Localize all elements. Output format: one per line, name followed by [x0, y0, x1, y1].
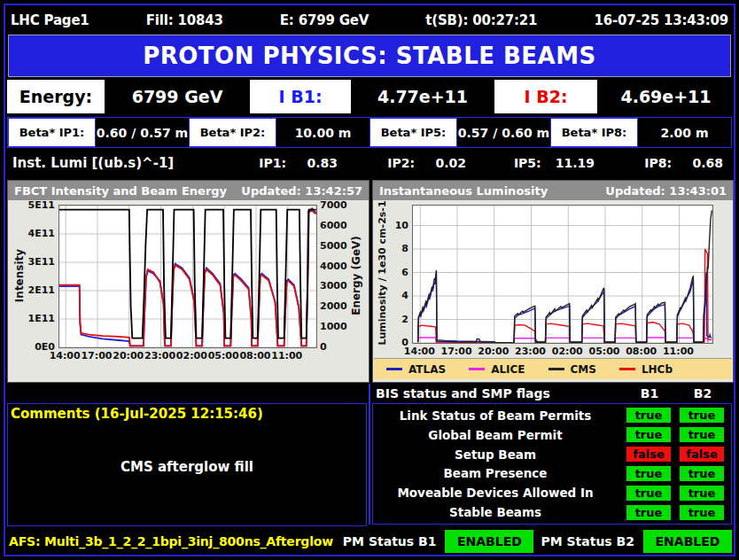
fbct-chart-updated: Updated: 13:42:57: [241, 184, 362, 198]
energy-label: Energy:: [7, 80, 105, 113]
comments-box: Comments (16-Jul-2025 12:15:46) CMS afte…: [7, 403, 367, 526]
bis-row-label: Stable Beams: [373, 505, 618, 519]
app-title: LHC Page1: [11, 12, 89, 28]
lumi-ip1: IP1: 0.83: [218, 156, 346, 170]
legend-item-lhcb: LHCb: [619, 363, 673, 376]
footer-bar: AFS: Multi_3b_1_2_2_1bpi_3inj_800ns_Afte…: [9, 529, 732, 554]
status-chip-b2: false: [680, 447, 724, 462]
comments-body: CMS afterglow fill: [8, 459, 366, 475]
comments-title: Comments (16-Jul-2025 12:15:46): [11, 406, 263, 422]
status-chip-b1: true: [626, 427, 671, 442]
legend-label-alice: ALICE: [491, 363, 525, 376]
intensity-b1-label: I B1:: [250, 80, 351, 113]
energy-intensity-row: Energy: 6799 GeV I B1: 4.77e+11 I B2: 4.…: [7, 80, 732, 113]
lumi-ip1-value: 0.83: [300, 156, 338, 170]
fbct-chart-titlebar: FBCT Intensity and Beam Energy Updated: …: [8, 181, 369, 200]
fbct-chart-plot-area: Intensity Energy (GeV) 14:0017:0020:0023…: [8, 200, 369, 380]
bis-row-link-status: Link Status of Beam Permits true true: [373, 408, 731, 423]
lumi-ip8-value: 0.68: [686, 156, 723, 170]
bis-row-label: Link Status of Beam Permits: [373, 408, 618, 423]
alice-line-swatch: [469, 368, 485, 370]
bis-row-beam-presence: Beam Presence true true: [373, 466, 731, 481]
header-bar: LHC Page1 Fill: 10843 E: 6799 GeV t(SB):…: [11, 8, 728, 32]
intensity-b2-value: 4.69e+11: [600, 80, 732, 113]
fbct-chart-title: FBCT Intensity and Beam Energy: [14, 184, 227, 198]
bis-row-label: Moveable Devices Allowed In: [373, 486, 618, 500]
legend-label-atlas: ATLAS: [408, 363, 446, 376]
fbct-yaxis-right-title: Energy (GeV): [350, 236, 362, 315]
lumi-ip5-label: IP5:: [514, 156, 541, 170]
luminosity-chart-panel: Instantaneous Luminosity Updated: 13:43:…: [372, 180, 734, 383]
status-chip-b2: true: [680, 427, 724, 442]
bis-col-b1: B1: [627, 386, 672, 401]
lumi-chart-title: Instantaneous Luminosity: [379, 184, 548, 198]
beta-ip8-label: Beta* IP8:: [550, 118, 638, 147]
bis-row-global-permit: Global Beam Permit true true: [373, 427, 731, 442]
pm-status-b2-label: PM Status B2: [541, 534, 634, 548]
pm-status-b1-label: PM Status B1: [343, 534, 437, 548]
lumi-ip2: IP2: 0.02: [346, 156, 475, 170]
lumi-ip2-label: IP2:: [387, 156, 415, 170]
inst-lumi-row: Inst. Lumi [(ub.s)^-1] IP1: 0.83 IP2: 0.…: [7, 150, 732, 176]
status-chip-b2: true: [680, 408, 724, 423]
page-title: PROTON PHYSICS: STABLE BEAMS: [8, 35, 731, 77]
bis-row-label: Setup Beam: [373, 447, 618, 462]
intensity-b2-label: I B2:: [494, 80, 597, 113]
bis-row-label: Global Beam Permit: [373, 428, 618, 442]
lumi-ip2-value: 0.02: [429, 156, 466, 170]
page-title-text: PROTON PHYSICS: STABLE BEAMS: [143, 43, 596, 69]
lumi-chart-legend: ATLAS ALICE CMS LHCb: [374, 358, 732, 379]
beam-energy-header: E: 6799 GeV: [280, 12, 369, 28]
fill-number: Fill: 10843: [146, 12, 223, 28]
lhcb-line-swatch: [619, 368, 635, 370]
cms-line-swatch: [548, 368, 564, 370]
bis-col-b2: B2: [681, 386, 725, 401]
intensity-b1-value: 4.77e+11: [354, 80, 492, 113]
lumi-ip8: IP8: 0.68: [603, 156, 732, 170]
pm-status-b1-value: ENABLED: [445, 530, 533, 553]
legend-item-atlas: ATLAS: [386, 363, 446, 376]
datetime: 16-07-25 13:43:09: [594, 12, 728, 28]
lumi-chart-plot-area: Luminosity / 1e30 cm-2s-1 ATLAS ALICE CM…: [373, 200, 733, 380]
beta-ip5-label: Beta* IP5:: [370, 118, 457, 147]
energy-value: 6799 GeV: [107, 80, 247, 113]
status-chip-b2: true: [680, 466, 724, 481]
afs-filling-scheme: AFS: Multi_3b_1_2_2_1bpi_3inj_800ns_Afte…: [9, 534, 343, 548]
lumi-ip1-label: IP1:: [259, 156, 286, 170]
beta-ip2-value: 10.00 m: [276, 118, 370, 147]
status-chip-b2: true: [680, 486, 724, 501]
atlas-line-swatch: [386, 368, 402, 370]
status-chip-b2: true: [680, 505, 724, 520]
lumi-chart-updated: Updated: 13:43:01: [605, 184, 727, 198]
legend-item-alice: ALICE: [469, 363, 525, 376]
beta-star-row: Beta* IP1: 0.60 / 0.57 m Beta* IP2: 10.0…: [7, 117, 732, 148]
lumi-ip8-label: IP8:: [644, 156, 672, 170]
legend-label-cms: CMS: [571, 363, 596, 376]
legend-item-cms: CMS: [548, 363, 596, 376]
section-divider: [369, 384, 370, 525]
bis-row-stable-beams: Stable Beams true true: [373, 505, 731, 520]
time-in-stable-beams: t(SB): 00:27:21: [425, 12, 537, 28]
lumi-ip5: IP5: 11.19: [475, 156, 603, 170]
beta-ip1-label: Beta* IP1:: [8, 118, 96, 147]
status-chip-b1: true: [626, 408, 671, 423]
bis-row-setup-beam: Setup Beam false false: [373, 447, 731, 462]
lumi-ip5-value: 11.19: [556, 156, 595, 170]
inst-lumi-label: Inst. Lumi [(ub.s)^-1]: [7, 155, 218, 171]
bis-row-label: Beam Presence: [373, 466, 618, 480]
status-chip-b1: false: [626, 447, 671, 462]
lumi-chart-titlebar: Instantaneous Luminosity Updated: 13:43:…: [373, 181, 733, 200]
beta-ip2-label: Beta* IP2:: [189, 118, 276, 147]
lhc-page1-screen: LHC Page1 Fill: 10843 E: 6799 GeV t(SB):…: [0, 0, 739, 560]
bis-status-box: Link Status of Beam Permits true true Gl…: [372, 403, 732, 525]
beta-ip1-value: 0.60 / 0.57 m: [96, 118, 189, 147]
status-chip-b1: true: [626, 466, 671, 481]
status-chip-b1: true: [626, 486, 671, 501]
bis-title: BIS status and SMP flags: [372, 386, 618, 401]
beta-ip8-value: 2.00 m: [638, 118, 731, 147]
fbct-intensity-chart-panel: FBCT Intensity and Beam Energy Updated: …: [7, 180, 370, 383]
beta-ip5-value: 0.57 / 0.60 m: [457, 118, 550, 147]
bis-header: BIS status and SMP flags B1 B2: [372, 384, 732, 402]
legend-label-lhcb: LHCb: [642, 363, 673, 376]
bis-row-moveable-devices: Moveable Devices Allowed In true true: [373, 486, 731, 501]
